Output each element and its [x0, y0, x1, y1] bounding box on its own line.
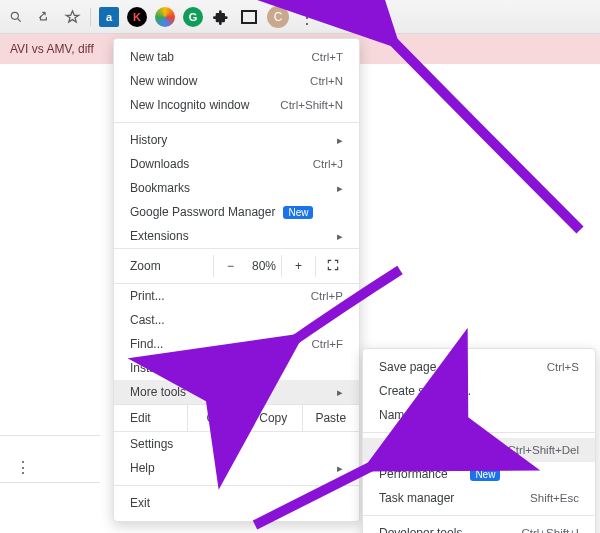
menu-install-gdrive[interactable]: Install Google Drive...	[114, 356, 359, 380]
submenu-clear-browsing-data[interactable]: Clear browsing data...Ctrl+Shift+Del	[363, 438, 595, 462]
browser-toolbar: a K G C ⋮	[0, 0, 600, 34]
share-icon[interactable]	[34, 7, 54, 27]
zoom-label: Zoom	[114, 259, 161, 273]
menu-incognito[interactable]: New Incognito windowCtrl+Shift+N	[114, 93, 359, 117]
zoom-out-button[interactable]: −	[213, 255, 247, 277]
fullscreen-button[interactable]	[315, 256, 349, 277]
menu-divider	[363, 432, 595, 433]
svg-line-1	[18, 18, 21, 21]
menu-history[interactable]: History	[114, 128, 359, 152]
menu-divider	[114, 485, 359, 486]
zoom-in-button[interactable]: +	[281, 255, 315, 277]
menu-cast[interactable]: Cast...	[114, 308, 359, 332]
menu-help[interactable]: Help	[114, 456, 359, 480]
menu-more-tools[interactable]: More tools	[114, 380, 359, 404]
new-badge: New	[470, 468, 500, 481]
new-badge: New	[283, 206, 313, 219]
edit-paste[interactable]: Paste	[303, 405, 360, 431]
edit-cut[interactable]: Cut	[188, 405, 246, 431]
menu-zoom-row: Zoom − 80% +	[114, 248, 359, 284]
menu-settings[interactable]: Settings	[114, 432, 359, 456]
sidepanel-icon[interactable]	[239, 7, 259, 27]
submenu-save-page[interactable]: Save page as...Ctrl+S	[363, 355, 595, 379]
tab-title: AVI vs AMV, diff	[10, 42, 94, 56]
separator	[90, 8, 91, 26]
extensions-puzzle-icon[interactable]	[211, 7, 231, 27]
more-tools-submenu: Save page as...Ctrl+S Create shortcut...…	[362, 348, 596, 533]
menu-exit[interactable]: Exit	[114, 491, 359, 515]
submenu-performance[interactable]: Performance New	[363, 462, 595, 486]
page-divider	[0, 435, 100, 436]
menu-password-manager[interactable]: Google Password ManagerNew	[114, 200, 359, 224]
extension-grammarly-icon[interactable]: G	[183, 7, 203, 27]
menu-new-tab[interactable]: New tabCtrl+T	[114, 45, 359, 69]
submenu-name-window[interactable]: Name window...	[363, 403, 595, 427]
star-icon[interactable]	[62, 7, 82, 27]
submenu-task-manager[interactable]: Task managerShift+Esc	[363, 486, 595, 510]
menu-print[interactable]: Print...Ctrl+P	[114, 284, 359, 308]
chrome-menu: New tabCtrl+T New windowCtrl+N New Incog…	[113, 38, 360, 522]
extension-amazon-icon[interactable]: a	[99, 7, 119, 27]
extension-k-icon[interactable]: K	[127, 7, 147, 27]
zoom-level: 80%	[247, 255, 281, 277]
menu-edit-row: Edit Cut Copy Paste	[114, 404, 359, 432]
menu-extensions[interactable]: Extensions	[114, 224, 359, 248]
menu-divider	[114, 122, 359, 123]
chrome-menu-button[interactable]: ⋮	[297, 7, 317, 27]
edit-label: Edit	[114, 405, 188, 431]
extension-s-icon[interactable]	[155, 7, 175, 27]
menu-new-window[interactable]: New windowCtrl+N	[114, 69, 359, 93]
menu-bookmarks[interactable]: Bookmarks	[114, 176, 359, 200]
menu-divider	[363, 515, 595, 516]
zoom-icon[interactable]	[6, 7, 26, 27]
submenu-create-shortcut[interactable]: Create shortcut...	[363, 379, 595, 403]
page-divider	[0, 482, 100, 483]
page-kebab-icon[interactable]: ⋮	[15, 458, 31, 477]
edit-copy[interactable]: Copy	[245, 405, 303, 431]
menu-find[interactable]: Find...Ctrl+F	[114, 332, 359, 356]
profile-avatar[interactable]: C	[267, 6, 289, 28]
svg-marker-2	[66, 11, 79, 22]
menu-downloads[interactable]: DownloadsCtrl+J	[114, 152, 359, 176]
submenu-developer-tools[interactable]: Developer toolsCtrl+Shift+I	[363, 521, 595, 533]
svg-point-0	[11, 12, 18, 19]
